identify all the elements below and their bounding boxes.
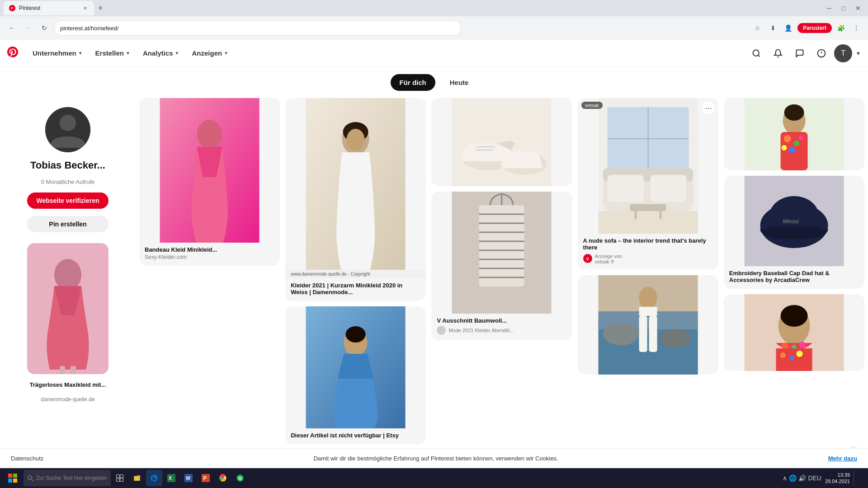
sidebar-pin-image[interactable] <box>27 243 108 374</box>
taskbar-spotify[interactable] <box>232 470 248 486</box>
content-area: Tobias Becker... 0 Monatliche Aufrufe We… <box>0 98 868 468</box>
pin-source-name-4: Mode 2021 Kleider Abendkl... <box>448 328 514 333</box>
notification-bell-button[interactable] <box>769 44 787 62</box>
nav-unternehmen-label: Unternehmen <box>33 49 76 57</box>
taskbar-clock[interactable]: 13:39 29.04.2021 <box>825 472 850 485</box>
pin-source-row-sofa: v Anzeige von vetsak ® <box>583 253 713 264</box>
nav-anzeigen[interactable]: Anzeigen ▼ <box>186 46 234 61</box>
nav-erstellen[interactable]: Erstellen ▼ <box>90 46 136 61</box>
reload-button[interactable]: ↻ <box>38 22 51 34</box>
pin-options-sofa[interactable]: ⋯ <box>702 102 715 114</box>
svg-point-16 <box>347 129 365 150</box>
volume-icon[interactable]: 🔊 <box>798 474 806 482</box>
pin-card-1[interactable]: Bandeau Kleid Minikleid... Sexy-Kleider.… <box>139 98 280 266</box>
download-icon[interactable]: ⬇ <box>767 22 779 34</box>
pin-card-cap[interactable]: Minoui Embroidery Baseball Cap Dad hat &… <box>724 176 864 289</box>
pin-info-2: Kleider 2021 | Kurzarm Minikleid 2020 in… <box>285 278 426 301</box>
user-profile-picture[interactable] <box>45 107 90 152</box>
nav-erstellen-label: Erstellen <box>95 49 124 57</box>
url-bar[interactable]: pinterest.at/homefeed/ <box>54 20 461 36</box>
tray-arrow[interactable]: ∧ <box>783 474 787 482</box>
pin-card-3[interactable]: Dieser Artikel ist nicht verfügbar | Ets… <box>285 306 426 444</box>
svg-rect-10 <box>71 366 76 374</box>
taskbar-excel[interactable]: X <box>163 470 179 486</box>
menu-icon[interactable]: ⋮ <box>850 22 863 34</box>
back-button[interactable]: ← <box>5 22 18 34</box>
taskbar-edge[interactable] <box>146 470 162 486</box>
pin-card-sneakers[interactable] <box>431 98 572 186</box>
pin-card-4[interactable]: V Ausschnitt Baumwoll... Mode 2021 Kleid… <box>431 192 572 340</box>
nav-analytics-chevron: ▼ <box>175 51 179 56</box>
pin-source-row-4: Mode 2021 Kleider Abendkl... <box>437 326 566 335</box>
svg-rect-88 <box>120 475 123 478</box>
search-button[interactable] <box>747 44 765 62</box>
pinterest-tab[interactable]: P Pinterest ✕ <box>4 1 94 15</box>
svg-rect-83 <box>8 479 12 483</box>
bookmark-star-icon[interactable]: ☆ <box>751 22 764 34</box>
pin-grid[interactable]: Bandeau Kleid Minikleid... Sexy-Kleider.… <box>136 98 868 468</box>
pin-badge-vetsak: vetsak <box>581 102 603 109</box>
pin-card-sofa[interactable]: vetsak <box>578 98 718 270</box>
taskbar-search[interactable]: Zur Suche Text hier eingeben <box>24 470 111 486</box>
svg-text:W: W <box>186 475 190 481</box>
forward-button[interactable]: → <box>22 22 34 34</box>
create-pin-button[interactable]: Pin erstellen <box>27 216 108 232</box>
svg-point-52 <box>659 329 691 347</box>
user-avatar[interactable]: T <box>834 44 852 62</box>
pin-card-pants[interactable] <box>578 275 718 375</box>
svg-rect-45 <box>630 204 666 211</box>
updates-button[interactable] <box>812 44 830 62</box>
nav-unternehmen[interactable]: Unternehmen ▼ <box>27 46 88 61</box>
svg-point-0 <box>753 50 759 56</box>
pin-title-4: V Ausschnitt Baumwoll... <box>437 317 566 324</box>
svg-rect-77 <box>776 348 812 371</box>
nav-analytics[interactable]: Analytics ▼ <box>137 46 185 61</box>
taskbar-file-explorer[interactable] <box>129 470 145 486</box>
user-menu-chevron[interactable]: ▼ <box>856 51 861 56</box>
nav-anzeigen-chevron: ▼ <box>224 51 228 56</box>
profile-icon[interactable]: 👤 <box>782 22 795 34</box>
verify-website-button[interactable]: Webseite verifizieren <box>27 192 108 209</box>
pinterest-logo[interactable] <box>7 47 18 60</box>
clock-time: 13:39 <box>825 472 850 478</box>
cookie-more-link[interactable]: Mehr dazu <box>828 455 857 462</box>
tab-close-button[interactable]: ✕ <box>81 5 89 12</box>
svg-point-51 <box>603 323 639 345</box>
show-desktop-button[interactable] <box>854 470 864 486</box>
pin-watermark: www.damenmode-quelle.de - Copyright <box>285 270 426 278</box>
pin-title-3: Dieser Artikel ist nicht verfügbar | Ets… <box>291 432 420 439</box>
svg-point-80 <box>796 351 802 357</box>
svg-line-1 <box>758 55 760 56</box>
taskbar-powerpoint[interactable]: P <box>198 470 214 486</box>
svg-point-61 <box>783 135 791 142</box>
tab-heute[interactable]: Heute <box>441 74 478 91</box>
extensions-icon[interactable]: 🧩 <box>835 22 847 34</box>
start-button[interactable] <box>4 469 22 487</box>
minimize-button[interactable]: ─ <box>823 2 835 14</box>
taskbar-task-view[interactable] <box>112 470 128 486</box>
tab-title: Pinterest <box>19 5 78 11</box>
create-pin-label: Pin erstellen <box>49 221 86 228</box>
messages-button[interactable] <box>791 44 809 62</box>
pin-title-cap: Embroidery Baseball Cap Dad hat & Access… <box>729 270 859 283</box>
pin-card-portrait[interactable] <box>724 294 864 371</box>
tab-fuer-dich[interactable]: Für dich <box>391 74 435 91</box>
svg-point-64 <box>798 136 803 140</box>
pin-info-4: V Ausschnitt Baumwoll... Mode 2021 Kleid… <box>431 314 572 340</box>
svg-rect-42 <box>607 175 643 202</box>
pin-card-2[interactable]: www.damenmode-quelle.de - Copyright Klei… <box>285 98 426 301</box>
svg-point-59 <box>784 104 804 121</box>
pinterest-header: Unternehmen ▼ Erstellen ▼ Analytics ▼ An… <box>0 40 868 67</box>
pin-card-floral[interactable] <box>724 98 864 170</box>
taskbar-word[interactable]: W <box>180 470 197 486</box>
nav-anzeigen-label: Anzeigen <box>192 49 222 57</box>
svg-point-76 <box>799 342 805 348</box>
close-window-button[interactable]: ✕ <box>852 2 864 14</box>
pin-info-3: Dieser Artikel ist nicht verfügbar | Ets… <box>285 428 426 444</box>
taskbar-chrome[interactable] <box>215 470 231 486</box>
privacy-link[interactable]: Datenschutz <box>11 455 43 462</box>
network-icon[interactable]: 🌐 <box>789 474 797 482</box>
paused-button[interactable]: Parusiert <box>797 23 832 33</box>
new-tab-button[interactable]: + <box>94 2 107 14</box>
maximize-button[interactable]: □ <box>837 2 850 14</box>
